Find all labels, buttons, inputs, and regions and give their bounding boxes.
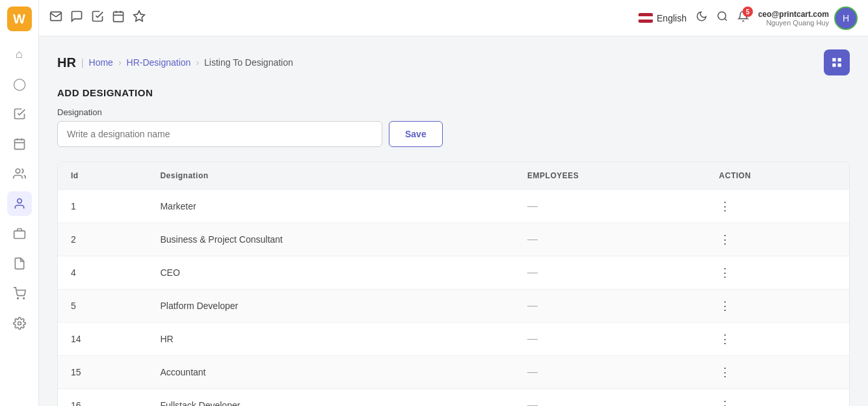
cell-id: 4 (58, 256, 147, 290)
cell-employees: — (514, 256, 706, 290)
svg-rect-17 (832, 58, 835, 61)
svg-rect-18 (838, 58, 841, 61)
cell-id: 15 (58, 356, 147, 389)
breadcrumb-sep-3: › (196, 57, 199, 68)
cell-id: 5 (58, 290, 147, 323)
designation-form: Save (57, 121, 850, 147)
section-title: ADD DESIGNATION (57, 87, 850, 98)
col-id: Id (58, 162, 147, 190)
action-menu-button[interactable]: ⋮ (719, 332, 836, 346)
language-selector[interactable]: English (638, 13, 687, 23)
cell-action[interactable]: ⋮ (706, 256, 849, 290)
search-icon[interactable] (717, 10, 728, 25)
notification-badge: 5 (743, 7, 753, 17)
cell-designation: HR (147, 323, 514, 356)
cell-action[interactable]: ⋮ (706, 323, 849, 356)
sidebar-item-person[interactable] (7, 191, 32, 216)
language-label: English (657, 13, 687, 23)
sidebar-item-briefcase[interactable] (7, 221, 32, 246)
breadcrumb: HR | Home › HR-Designation › Listing To … (57, 55, 293, 70)
breadcrumb-row: HR | Home › HR-Designation › Listing To … (57, 49, 850, 75)
sidebar-item-settings[interactable] (7, 311, 32, 336)
topbar-nav-icons (49, 10, 631, 26)
cell-action[interactable]: ⋮ (706, 389, 849, 407)
user-name: Nguyen Quang Huy (758, 19, 829, 27)
sidebar-item-chat[interactable]: ◯ (7, 72, 32, 96)
cell-id: 16 (58, 389, 147, 407)
table-row: 1 Marketer — ⋮ (58, 190, 849, 223)
sidebar-item-calendar[interactable] (7, 131, 32, 156)
svg-rect-10 (114, 12, 124, 21)
dark-mode-icon[interactable] (696, 10, 707, 25)
col-action: ACTION (706, 162, 849, 190)
action-menu-button[interactable]: ⋮ (719, 265, 836, 280)
sidebar-item-users-group[interactable] (7, 161, 32, 186)
svg-rect-6 (14, 231, 25, 239)
svg-point-5 (17, 199, 21, 204)
user-profile[interactable]: ceo@printcart.com Nguyen Quang Huy H (758, 7, 858, 30)
cell-designation: Platform Developer (147, 290, 514, 323)
cell-action[interactable]: ⋮ (706, 290, 849, 323)
cell-designation: Business & Project Consultant (147, 223, 514, 256)
breadcrumb-current: Listing To Designation (204, 57, 293, 68)
user-email: ceo@printcart.com (758, 10, 829, 19)
page-title: HR (57, 55, 76, 70)
save-button[interactable]: Save (389, 121, 443, 147)
cell-id: 14 (58, 323, 147, 356)
main-area: English 5 ceo@printcart.com Nguyen Quang… (39, 0, 868, 406)
app-logo[interactable]: W (7, 7, 32, 31)
svg-line-16 (724, 18, 726, 20)
calendar-top-icon[interactable] (112, 10, 125, 26)
table-row: 14 HR — ⋮ (58, 323, 849, 356)
cell-id: 1 (58, 190, 147, 223)
cell-employees: — (514, 356, 706, 389)
user-text: ceo@printcart.com Nguyen Quang Huy (758, 10, 829, 27)
breadcrumb-sep-2: › (118, 57, 122, 68)
cell-designation: Accountant (147, 356, 514, 389)
form-label: Designation (57, 107, 850, 117)
table-row: 15 Accountant — ⋮ (58, 356, 849, 389)
star-icon[interactable] (133, 10, 146, 26)
sidebar-item-tasks[interactable] (7, 102, 32, 126)
action-menu-button[interactable]: ⋮ (719, 232, 836, 247)
cell-action[interactable]: ⋮ (706, 356, 849, 389)
action-menu-button[interactable]: ⋮ (719, 299, 836, 313)
cell-employees: — (514, 389, 706, 407)
content-area: HR | Home › HR-Designation › Listing To … (39, 36, 868, 406)
cell-action[interactable]: ⋮ (706, 190, 849, 223)
svg-point-9 (18, 322, 21, 325)
designation-table: Id Designation EMPLOYEES ACTION 1 Market… (57, 161, 850, 406)
designation-input[interactable] (57, 121, 382, 147)
col-employees: EMPLOYEES (514, 162, 706, 190)
col-designation: Designation (147, 162, 514, 190)
action-menu-button[interactable]: ⋮ (719, 398, 836, 406)
table-row: 5 Platform Developer — ⋮ (58, 290, 849, 323)
avatar: H (834, 7, 858, 30)
comment-icon[interactable] (70, 10, 83, 26)
table-row: 4 CEO — ⋮ (58, 256, 849, 290)
mail-icon[interactable] (49, 10, 62, 26)
sidebar-item-cart[interactable] (7, 281, 32, 306)
cell-action[interactable]: ⋮ (706, 223, 849, 256)
grid-view-button[interactable] (824, 49, 850, 75)
sidebar: W ⌂ ◯ (0, 0, 39, 406)
cell-designation: CEO (147, 256, 514, 290)
breadcrumb-link-hr-designation[interactable]: HR-Designation (127, 57, 191, 68)
svg-point-7 (17, 298, 18, 299)
flag-icon (638, 13, 653, 23)
checklist-icon[interactable] (91, 10, 104, 26)
sidebar-item-home[interactable]: ⌂ (7, 42, 32, 66)
notification-icon[interactable]: 5 (737, 10, 749, 25)
topbar: English 5 ceo@printcart.com Nguyen Quang… (39, 0, 868, 36)
svg-rect-19 (832, 64, 835, 67)
breadcrumb-link-home[interactable]: Home (89, 57, 113, 68)
action-menu-button[interactable]: ⋮ (719, 365, 836, 379)
cell-employees: — (514, 223, 706, 256)
svg-rect-0 (14, 139, 24, 149)
svg-point-4 (16, 169, 20, 174)
action-menu-button[interactable]: ⋮ (719, 199, 836, 213)
svg-point-8 (23, 298, 24, 299)
sidebar-item-document[interactable] (7, 251, 32, 276)
table-row: 16 Fullstack Developer — ⋮ (58, 389, 849, 407)
svg-rect-20 (838, 64, 841, 67)
